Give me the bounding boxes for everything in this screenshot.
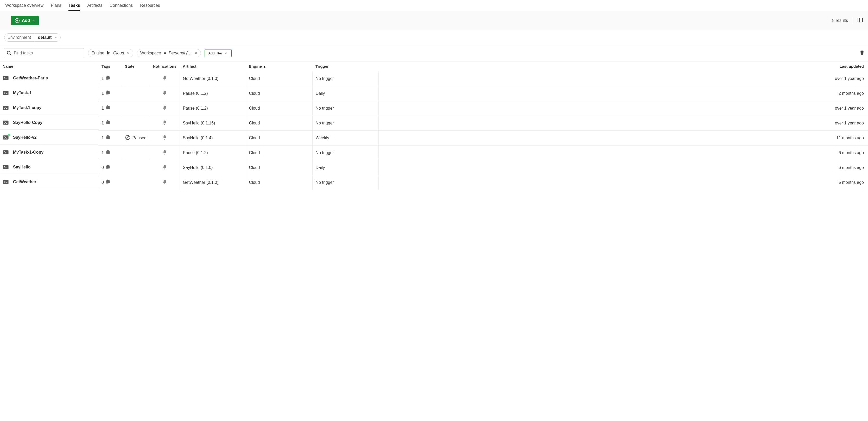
environment-selector[interactable]: Environment default — [4, 33, 61, 42]
tag-count: 1 — [101, 106, 104, 111]
svg-point-12 — [106, 91, 107, 92]
col-notifications[interactable]: Notifications — [150, 61, 180, 71]
filter-key: Engine — [91, 51, 104, 56]
svg-rect-1 — [858, 18, 863, 22]
remove-filter-icon[interactable]: ✕ — [194, 51, 197, 55]
add-button[interactable]: Add — [11, 16, 39, 25]
table-row[interactable]: SayHello-v21PausedSayHello (0.1.4)CloudW… — [0, 131, 868, 146]
engine-cell: Cloud — [246, 86, 312, 101]
task-name: SayHello-v2 — [13, 135, 37, 140]
col-state[interactable]: State — [122, 61, 150, 71]
filter-chip[interactable]: EngineInCloud✕ — [88, 49, 133, 57]
col-engine[interactable]: Engine▲ — [246, 61, 312, 71]
task-name: GetWeather — [13, 180, 36, 184]
tag-icon — [105, 90, 111, 97]
bell-icon[interactable] — [162, 92, 167, 96]
trigger-cell: No trigger — [312, 116, 378, 131]
task-name: SayHello — [13, 165, 31, 170]
action-bar: Add 8 results — [0, 11, 868, 30]
artifact-cell: Pause (0.1.2) — [180, 101, 246, 116]
col-last-updated[interactable]: Last updated — [378, 61, 868, 71]
svg-rect-10 — [3, 91, 8, 95]
engine-cell: Cloud — [246, 131, 312, 146]
engine-cell: Cloud — [246, 71, 312, 86]
col-trigger[interactable]: Trigger — [312, 61, 378, 71]
svg-point-38 — [106, 180, 107, 181]
bell-icon[interactable] — [162, 181, 167, 185]
task-icon — [3, 135, 9, 140]
tasks-table: Name Tags State Notifications Artifact E… — [0, 61, 868, 190]
svg-rect-37 — [6, 182, 7, 183]
tag-count: 1 — [101, 76, 104, 81]
last-updated-cell: over 1 year ago — [378, 116, 868, 131]
tab-tasks[interactable]: Tasks — [68, 1, 80, 11]
plus-circle-icon — [14, 18, 20, 23]
environment-label: Environment — [4, 34, 34, 41]
svg-rect-23 — [6, 138, 7, 138]
tag-icon — [105, 105, 111, 112]
add-filter-button[interactable]: Add filter — [205, 49, 232, 57]
filter-bar: EngineInCloud✕Workspace=Personal (…✕ Add… — [0, 45, 868, 61]
filter-value: Personal (… — [169, 51, 192, 56]
last-updated-cell: 11 months ago — [378, 131, 868, 146]
tab-connections[interactable]: Connections — [110, 1, 133, 10]
divider — [852, 18, 853, 24]
artifact-cell: SayHello (0.1.16) — [180, 116, 246, 131]
col-tags[interactable]: Tags — [98, 61, 122, 71]
table-row[interactable]: MyTask1-copy1Pause (0.1.2)CloudNo trigge… — [0, 101, 868, 116]
table-row[interactable]: GetWeather-Paris1GetWeather (0.1.0)Cloud… — [0, 71, 868, 86]
table-row[interactable]: MyTask-1-Copy1Pause (0.1.2)CloudNo trigg… — [0, 146, 868, 160]
svg-rect-6 — [3, 76, 8, 80]
engine-cell: Cloud — [246, 116, 312, 131]
table-row[interactable]: SayHello-Copy1SayHello (0.1.16)CloudNo t… — [0, 116, 868, 131]
table-row[interactable]: MyTask-11Pause (0.1.2)CloudDaily2 months… — [0, 86, 868, 101]
task-name: MyTask1-copy — [13, 106, 41, 110]
chevron-down-icon — [54, 36, 57, 39]
search-input[interactable] — [14, 51, 82, 56]
svg-rect-14 — [3, 106, 8, 110]
last-updated-cell: 6 months ago — [378, 160, 868, 175]
tab-plans[interactable]: Plans — [51, 1, 61, 10]
svg-point-21 — [164, 124, 165, 125]
task-name: MyTask-1-Copy — [13, 150, 43, 155]
svg-point-13 — [164, 94, 165, 95]
bell-icon[interactable] — [162, 122, 167, 126]
columns-icon[interactable] — [858, 18, 863, 24]
filter-chip[interactable]: Workspace=Personal (…✕ — [137, 49, 201, 57]
bell-icon[interactable] — [162, 151, 167, 156]
svg-rect-11 — [6, 93, 7, 94]
tab-artifacts[interactable]: Artifacts — [88, 1, 102, 10]
svg-point-35 — [164, 169, 165, 170]
tab-workspace-overview[interactable]: Workspace overview — [5, 1, 43, 10]
bell-icon[interactable] — [162, 107, 167, 111]
tag-icon — [105, 76, 111, 82]
bell-icon[interactable] — [162, 137, 167, 141]
state-text: Paused — [132, 136, 147, 140]
search-box[interactable] — [4, 48, 84, 58]
artifact-cell: GetWeather (0.1.0) — [180, 175, 246, 190]
task-name: SayHello-Copy — [13, 120, 42, 125]
sort-asc-icon: ▲ — [263, 65, 266, 68]
toolbar-right: 8 results — [832, 18, 863, 24]
chevron-down-icon — [32, 19, 35, 22]
col-name[interactable]: Name — [0, 61, 98, 71]
table-row[interactable]: GetWeather0GetWeather (0.1.0)CloudNo tri… — [0, 175, 868, 190]
remove-filter-icon[interactable]: ✕ — [127, 51, 130, 55]
bell-icon[interactable] — [162, 166, 167, 171]
trigger-cell: No trigger — [312, 175, 378, 190]
bell-icon[interactable] — [162, 77, 167, 82]
tab-resources[interactable]: Resources — [140, 1, 160, 10]
add-filter-label: Add filter — [209, 51, 222, 55]
svg-rect-22 — [3, 136, 8, 139]
clear-filters-icon[interactable] — [860, 50, 864, 56]
svg-line-5 — [10, 54, 11, 55]
svg-point-4 — [7, 51, 10, 54]
col-artifact[interactable]: Artifact — [180, 61, 246, 71]
trigger-cell: Daily — [312, 160, 378, 175]
chevron-down-icon — [224, 51, 228, 55]
svg-rect-36 — [3, 180, 8, 184]
table-row[interactable]: SayHello0SayHello (0.1.0)CloudDaily6 mon… — [0, 160, 868, 175]
svg-point-20 — [106, 121, 107, 122]
environment-bar: Environment default — [0, 30, 868, 45]
task-name: GetWeather-Paris — [13, 76, 48, 81]
